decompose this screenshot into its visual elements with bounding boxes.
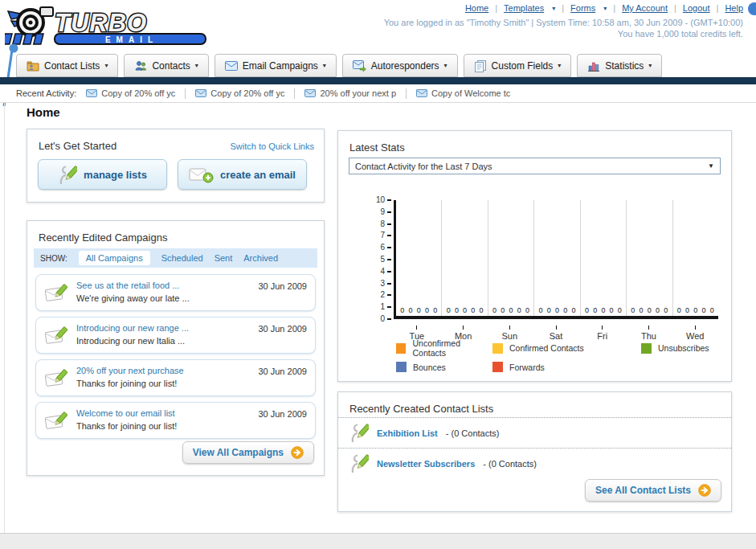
person-pencil-icon bbox=[349, 453, 369, 474]
recent-activity-item-label: Copy of Welcome tc bbox=[431, 88, 510, 98]
campaign-edit-icon bbox=[44, 410, 68, 431]
button-label: manage lists bbox=[84, 169, 147, 181]
data-value-label: 0 bbox=[480, 306, 484, 314]
campaign-title-link[interactable]: 20% off your next purchase bbox=[76, 365, 184, 378]
chart-day-group: 00000 bbox=[396, 200, 442, 316]
filter-archived[interactable]: Archived bbox=[243, 253, 278, 263]
data-value-label: 0 bbox=[656, 306, 660, 314]
y-axis-tick-mark bbox=[387, 211, 391, 213]
campaign-edit-icon bbox=[44, 367, 68, 388]
data-value-label: 0 bbox=[601, 306, 605, 314]
header-link-my-account[interactable]: My Account bbox=[622, 3, 668, 13]
contact-list-row[interactable]: Exhibition List- (0 Contacts) bbox=[338, 417, 731, 448]
header-link-help[interactable]: Help bbox=[725, 3, 743, 13]
chevron-down-icon: ▾ bbox=[104, 62, 108, 69]
turbo-email-logo: TURBO EMAIL bbox=[5, 2, 222, 48]
campaign-row[interactable]: Introducing our new range ...Introducing… bbox=[35, 317, 316, 354]
contact-list-row[interactable]: Newsletter Subscribers- (0 Contacts) bbox=[338, 448, 731, 478]
campaign-text: Introducing our new range ...Introducing… bbox=[76, 322, 189, 348]
filter-scheduled[interactable]: Scheduled bbox=[161, 253, 203, 263]
person-pencil-icon bbox=[349, 422, 369, 444]
show-label: SHOW: bbox=[40, 254, 67, 263]
data-value-label: 0 bbox=[433, 306, 437, 314]
header-link-logout[interactable]: Logout bbox=[683, 3, 710, 13]
legend-item: Unconfirmed Contacts bbox=[396, 338, 492, 358]
y-axis-tick-label: 8 bbox=[354, 219, 385, 228]
contact-list-name-link[interactable]: Newsletter Subscribers bbox=[377, 459, 475, 469]
person-pencil-icon bbox=[58, 164, 77, 186]
chart-zero-values: 00000 bbox=[534, 306, 579, 314]
data-value-label: 0 bbox=[640, 306, 644, 314]
y-axis-tick-label: 9 bbox=[354, 207, 385, 216]
manage-lists-button[interactable]: manage lists bbox=[38, 159, 167, 190]
campaign-row[interactable]: See us at the retail food ...We're givin… bbox=[35, 274, 316, 311]
view-all-campaigns-button[interactable]: View All Campaigns bbox=[182, 441, 314, 464]
logo-subtitle: EMAIL bbox=[105, 35, 158, 44]
filter-all-campaigns[interactable]: All Campaigns bbox=[79, 251, 150, 265]
envelope-icon bbox=[86, 89, 97, 97]
recent-activity-item[interactable]: Copy of 20% off yc bbox=[86, 88, 175, 98]
tab-autoresponders[interactable]: Autoresponders▾ bbox=[342, 54, 458, 77]
legend-label: Unconfirmed Contacts bbox=[412, 338, 492, 358]
create-an-email-button[interactable]: create an email bbox=[178, 159, 307, 190]
data-value-label: 0 bbox=[425, 306, 429, 314]
data-value-label: 0 bbox=[677, 306, 681, 314]
data-value-label: 0 bbox=[463, 306, 467, 314]
chevron-down-icon: ▾ bbox=[195, 62, 198, 69]
see-all-contact-lists-button[interactable]: See All Contact Lists bbox=[585, 479, 721, 502]
campaign-row[interactable]: Welcome to our email listThanks for join… bbox=[35, 402, 316, 439]
chart-day-group: 00000 bbox=[673, 200, 718, 316]
campaign-subtitle: Introducing our new Italia ... bbox=[76, 335, 189, 348]
tab-email-campaigns[interactable]: Email Campaigns▾ bbox=[215, 54, 337, 77]
get-started-title: Let's Get Started bbox=[39, 140, 116, 152]
campaign-subtitle: We're giving away our late ... bbox=[76, 293, 190, 305]
button-label: create an email bbox=[220, 169, 296, 181]
recent-activity-item[interactable]: 20% off your next p bbox=[304, 88, 396, 98]
campaign-row[interactable]: 20% off your next purchaseThanks for joi… bbox=[35, 359, 316, 396]
campaign-date: 30 Jun 2009 bbox=[258, 281, 307, 291]
recent-activity-item[interactable]: Copy of Welcome tc bbox=[416, 88, 510, 98]
chart-zero-values: 00000 bbox=[581, 306, 626, 314]
tab-label: Contacts bbox=[152, 60, 190, 72]
campaigns-panel-title: Recently Edited Campaigns bbox=[39, 231, 167, 244]
tab-contacts[interactable]: Contacts▾ bbox=[124, 54, 208, 77]
recent-activity-item[interactable]: Copy of 20% off yc bbox=[195, 88, 284, 98]
login-status-text: You are logged in as "Timothy Smith" | S… bbox=[384, 18, 743, 27]
legend-item: Bounces bbox=[396, 362, 492, 372]
tab-custom-fields[interactable]: Custom Fields▾ bbox=[464, 54, 572, 77]
campaign-title-link[interactable]: See us at the retail food ... bbox=[76, 280, 190, 293]
campaign-title-link[interactable]: Welcome to our email list bbox=[76, 408, 177, 420]
campaign-subtitle: Thanks for joining our list! bbox=[76, 378, 184, 391]
data-value-label: 0 bbox=[610, 306, 614, 314]
header-link-forms[interactable]: Forms bbox=[570, 3, 595, 13]
chart-day-group: 00000 bbox=[581, 200, 627, 316]
chart-day-group: 00000 bbox=[534, 200, 580, 316]
header-link-home[interactable]: Home bbox=[465, 3, 488, 13]
latest-stats-panel: Latest Stats Contact Activity for the La… bbox=[337, 130, 732, 382]
get-started-buttons: manage listscreate an email bbox=[38, 159, 307, 190]
y-axis-tick-label: 2 bbox=[354, 290, 385, 299]
campaign-text: 20% off your next purchaseThanks for joi… bbox=[76, 365, 184, 391]
data-value-label: 0 bbox=[501, 306, 505, 314]
legend-label: Confirmed Contacts bbox=[509, 343, 584, 353]
header-link-separator: | bbox=[674, 3, 676, 13]
y-axis-tick-mark bbox=[387, 318, 391, 320]
tab-contact-lists[interactable]: Contact Lists▾ bbox=[16, 54, 118, 77]
header-link-templates[interactable]: Templates bbox=[504, 3, 544, 13]
x-axis-tick-mark bbox=[556, 326, 557, 330]
campaign-subtitle: Thanks for joining our list! bbox=[76, 420, 177, 433]
recent-activity-separator bbox=[185, 88, 186, 99]
filter-sent[interactable]: Sent bbox=[215, 253, 233, 263]
custom-fields-icon bbox=[474, 59, 487, 72]
y-axis-tick-mark bbox=[387, 271, 391, 272]
recent-activity-item-label: Copy of 20% off yc bbox=[210, 88, 284, 98]
stats-period-dropdown[interactable]: Contact Activity for the Last 7 Days ▼ bbox=[349, 158, 721, 174]
chart-day-group: 00000 bbox=[488, 200, 534, 316]
contact-list-count: - (0 Contacts) bbox=[483, 459, 537, 469]
campaign-title-link[interactable]: Introducing our new range ... bbox=[76, 322, 189, 335]
contact-list-name-link[interactable]: Exhibition List bbox=[377, 428, 438, 438]
tab-statistics[interactable]: Statistics▾ bbox=[577, 54, 662, 77]
data-value-label: 0 bbox=[585, 306, 589, 314]
chart-zero-values: 00000 bbox=[442, 306, 487, 314]
switch-to-quick-links[interactable]: Switch to Quick Links bbox=[230, 141, 314, 151]
